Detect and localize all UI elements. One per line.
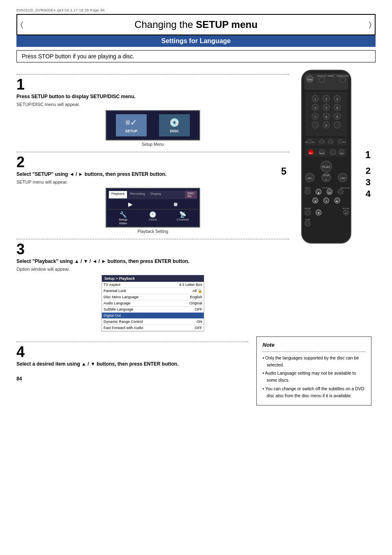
svg-text:MENU/JUST: MENU/JUST xyxy=(341,187,350,189)
option-row-audio: Audio Language Original xyxy=(102,300,204,306)
svg-point-8 xyxy=(340,77,345,83)
icon-playback: ▶ xyxy=(122,201,139,207)
opt-tv-name: TV Aspect xyxy=(104,283,173,287)
opt-digital-name: Digital Out xyxy=(104,313,173,318)
playback-row-icons: ▶ ⏺ xyxy=(108,201,198,207)
opt-disc-lang-val: English xyxy=(173,295,202,299)
svg-text:9: 9 xyxy=(337,115,338,118)
icon-recording: ⏺ xyxy=(167,201,184,207)
left-column: 1 Press SETUP button to display SETUP/DI… xyxy=(16,69,293,333)
svg-point-40 xyxy=(338,139,343,144)
svg-point-67 xyxy=(338,189,343,194)
opt-digital-val xyxy=(173,313,202,318)
clock-sym: 🕐 xyxy=(145,211,161,218)
svg-point-76 xyxy=(305,210,310,215)
svg-text:OPEN/CLOSE: OPEN/CLOSE xyxy=(337,75,349,77)
step1-divider xyxy=(16,74,289,75)
tab-disc: DISCD/L xyxy=(185,191,197,198)
tab-recording: Recording xyxy=(127,191,147,198)
step3-divider xyxy=(16,239,289,240)
bottom-icons-row: 🔧 SetupVideo 🕐 Clock 📡 Channel xyxy=(108,209,198,225)
tab-display: Display xyxy=(148,191,164,198)
opt-subtitle-name: Subtitle Language xyxy=(104,307,173,311)
opt-tv-val: 4:3 Letter Box xyxy=(173,283,202,287)
disc-menu-item: 💿 DISC xyxy=(159,114,190,136)
step1-sub: SETUP/DISC menu will appear. xyxy=(16,102,289,107)
svg-text:1: 1 xyxy=(314,98,316,101)
svg-text:SKIP: SKIP xyxy=(340,152,344,154)
page-container: E6501UD_DVR90DEA.qx3 04.3.17 16:28 Page … xyxy=(0,0,392,555)
content-layout: 1 Press SETUP button to display SETUP/DI… xyxy=(16,69,376,333)
option-row-ff: Fast Forward with Audio OFF xyxy=(102,325,204,331)
step-label-2: 2 xyxy=(366,166,371,176)
svg-point-82 xyxy=(305,221,310,226)
opt-ff-name: Fast Forward with Audio xyxy=(104,326,173,330)
svg-text:RETURN: RETURN xyxy=(343,207,350,210)
option-row-disc-lang: Disc Menu Language English xyxy=(102,294,204,300)
opt-parental-val: All 🔒 xyxy=(173,289,202,293)
option-row-parental: Parental Lock All 🔒 xyxy=(102,288,204,294)
tab-row: Playback Recording Display DISCD/L xyxy=(108,190,198,199)
svg-text:3: 3 xyxy=(337,98,338,101)
option-row-subtitle: Subtitle Language OFF xyxy=(102,306,204,313)
svg-text:6: 6 xyxy=(337,106,338,109)
option-row-tv: TV Aspect 4:3 Letter Box xyxy=(102,282,204,288)
step3-number: 3 xyxy=(16,242,289,257)
svg-text:↩: ↩ xyxy=(345,212,347,214)
svg-text:8: 8 xyxy=(325,115,327,118)
svg-text:FWD: FWD xyxy=(340,177,345,180)
playback-screen-label: Playback Setting xyxy=(16,229,289,234)
note-item-1: Only the languages supported by the disc… xyxy=(263,355,365,368)
title-deco-right: 〉 xyxy=(369,21,371,29)
svg-text:DISPLAY: DISPLAY xyxy=(317,75,327,77)
tab-playback: Playback xyxy=(109,191,127,198)
remote-svg: PWR DISPLAY TIMER OPEN/CLOSE 1 2 xyxy=(293,69,359,244)
svg-text:4: 4 xyxy=(314,106,316,109)
page-number: 84 xyxy=(16,376,248,382)
section-header: Settings for Language xyxy=(16,35,376,47)
meta-line: E6501UD_DVR90DEA.qx3 04.3.17 16:28 Page … xyxy=(16,8,376,12)
title-deco-left: 〈 xyxy=(21,21,23,29)
option-row-dynamic: Dynamic Range Control ON xyxy=(102,319,204,325)
step-label-5: 5 xyxy=(281,166,286,177)
svg-text:5: 5 xyxy=(325,106,327,109)
setup-sym: 🔧 xyxy=(115,211,131,218)
stop-notice: Press STOP button if you are playing a d… xyxy=(16,50,376,62)
svg-text:REC: REC xyxy=(309,152,313,154)
svg-point-62 xyxy=(305,189,310,194)
disc-icon: 💿 xyxy=(163,117,186,127)
step1-instruction: Press SETUP button to display SETUP/DISC… xyxy=(16,93,289,100)
step2-divider xyxy=(16,152,289,152)
disc-label: DISC xyxy=(163,129,186,133)
option-row-digital: Digital Out xyxy=(102,313,204,319)
option-screen: Setup > Playback TV Aspect 4:3 Letter Bo… xyxy=(101,275,204,332)
bottom-left: 4 Select a desired item using ▲ / ▼ butt… xyxy=(16,336,248,405)
step-label-1: 1 xyxy=(365,149,371,161)
setup-menu-screen: Playback Recording Display DISCD/L ▶ ⏺ xyxy=(106,188,200,228)
svg-text:REPEAT: REPEAT xyxy=(304,207,311,210)
remote-wrapper: PWR DISPLAY TIMER OPEN/CLOSE 1 2 xyxy=(293,69,359,244)
page-num-area: 84 xyxy=(16,376,248,382)
svg-point-28 xyxy=(312,122,318,128)
rec-symbol: ⏺ xyxy=(167,201,184,207)
step3-sub: Option window will appear. xyxy=(16,267,289,272)
setup-disc-screen: ≡✓ SETUP 💿 DISC xyxy=(106,110,200,140)
icon-channel: 📡 Channel xyxy=(175,211,191,225)
bottom-right: Note Only the languages supported by the… xyxy=(256,336,376,405)
svg-point-39 xyxy=(328,139,333,144)
step2-instruction: Select "SETUP" using ◄ / ► buttons, then… xyxy=(16,170,289,178)
setup-menu-item: ≡✓ SETUP xyxy=(116,114,147,136)
bottom-icons: 🔧 SetupVideo 🕐 Clock 📡 Channel xyxy=(108,211,198,225)
right-column: PWR DISPLAY TIMER OPEN/CLOSE 1 2 xyxy=(293,69,376,333)
svg-text:OK: OK xyxy=(328,191,331,194)
svg-text:STOP: STOP xyxy=(323,174,330,177)
svg-point-37 xyxy=(308,139,312,144)
step4-instruction: Select a desired item using ▲ / ▼ button… xyxy=(16,360,248,368)
svg-text:TOP MENU: TOP MENU xyxy=(322,187,331,189)
step-label-4: 4 xyxy=(366,189,371,199)
svg-text:►: ► xyxy=(336,200,339,203)
opt-ff-val: OFF xyxy=(173,326,202,330)
note-box: Note Only the languages supported by the… xyxy=(256,336,371,405)
opt-dynamic-name: Dynamic Range Control xyxy=(104,320,173,324)
step2-sub: SETUP menu will appear. xyxy=(16,180,289,184)
